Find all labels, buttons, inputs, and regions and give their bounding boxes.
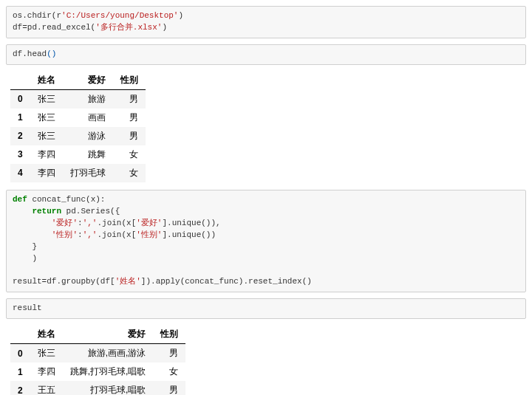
code-line: df.head() (13, 49, 56, 58)
code-line: '性别':','.join(x['性别'].unique()) (13, 230, 216, 239)
code-line: result (13, 303, 42, 312)
code-line: def concat_func(x): (13, 195, 105, 204)
code-line: return pd.Series({ (13, 207, 120, 216)
col-header: 爱好 (63, 71, 113, 90)
code-line: } (13, 242, 37, 251)
code-line: ) (13, 254, 37, 263)
table-row: 2王五打羽毛球,唱歌男 (10, 381, 185, 395)
output-table-1: 姓名 爱好 性别 0张三旅游男 1张三画画男 2张三游泳男 3李四跳舞女 4李四… (10, 71, 146, 182)
col-header: 性别 (153, 325, 185, 344)
col-header: 姓名 (30, 71, 63, 90)
table-row: 1张三画画男 (10, 109, 146, 127)
table-row: 2张三游泳男 (10, 127, 146, 145)
table-row: 0张三旅游男 (10, 89, 146, 109)
code-line: '爱好':','.join(x['爱好'].unique()), (13, 219, 221, 227)
code-cell-1: os.chdir(r'C:/Users/young/Desktop') df=p… (6, 6, 526, 38)
col-header (10, 325, 30, 344)
code-line: os.chdir(r'C:/Users/young/Desktop') (13, 11, 183, 20)
code-cell-3: def concat_func(x): return pd.Series({ '… (6, 190, 526, 293)
code-line: result=df.groupby(df['姓名']).apply(concat… (13, 277, 312, 286)
output-table-2: 姓名 爱好 性别 0张三旅游,画画,游泳男 1李四跳舞,打羽毛球,唱歌女 2王五… (10, 325, 185, 395)
code-line: df=pd.read_excel('多行合并.xlsx') (13, 23, 167, 32)
table-row: 0张三旅游,画画,游泳男 (10, 344, 185, 363)
table-row: 3李四跳舞女 (10, 145, 146, 164)
col-header (10, 71, 30, 90)
code-cell-2: df.head() (6, 44, 526, 65)
table-row: 4李四打羽毛球女 (10, 164, 146, 182)
col-header: 姓名 (30, 325, 63, 344)
col-header: 爱好 (63, 325, 154, 344)
code-cell-4: result (6, 298, 526, 319)
table-row: 1李四跳舞,打羽毛球,唱歌女 (10, 363, 185, 381)
col-header: 性别 (113, 71, 146, 90)
